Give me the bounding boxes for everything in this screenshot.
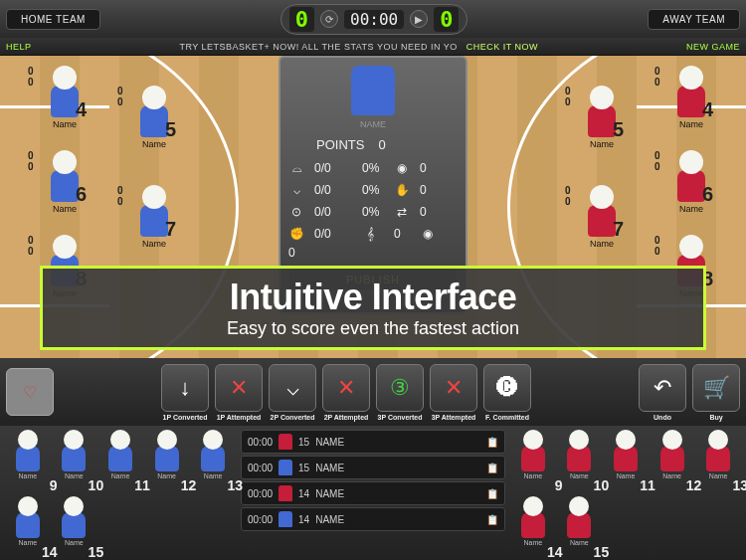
- bench-player-11[interactable]: 11Name: [98, 430, 142, 493]
- undo-button[interactable]: ↶Undo: [639, 364, 686, 421]
- stat-row-ft: ✊0/0𝄞0◉0: [288, 226, 458, 260]
- whistle-icon: 𝄞: [362, 226, 378, 242]
- whistle-icon: 🅒: [483, 364, 531, 412]
- away-player-6[interactable]: 006Name: [666, 150, 716, 214]
- promo-overlay: Intuitive Interface Easy to score even t…: [40, 266, 706, 350]
- 1p-converted-button[interactable]: ↓1P Converted: [161, 364, 209, 421]
- substitution-log: 00:0015NAME📋00:0015NAME📋00:0014NAME📋00:0…: [241, 426, 505, 560]
- bench-player-10[interactable]: 10Name: [558, 430, 602, 493]
- block-icon: ✊: [288, 226, 304, 242]
- bench-player-12[interactable]: 12Name: [651, 430, 694, 493]
- away-team-label[interactable]: AWAY TEAM: [648, 9, 740, 30]
- favorite-button[interactable]: ♡: [6, 368, 54, 416]
- stat-row-3p: ⊙0/00%⇄0: [288, 204, 458, 220]
- ball3-icon: ⊙: [288, 204, 304, 220]
- bench-player-10[interactable]: 10Name: [53, 430, 96, 493]
- log-row[interactable]: 00:0015NAME📋: [241, 430, 505, 454]
- bench-player-15[interactable]: 15Name: [558, 496, 602, 560]
- foul-committed-button[interactable]: 🅒F. Committed: [483, 364, 531, 421]
- three-in-icon: ③: [376, 364, 424, 412]
- ball-icon: ◉: [394, 160, 410, 176]
- away-score: 0: [434, 7, 459, 32]
- buy-button[interactable]: 🛒Buy: [692, 364, 740, 421]
- away-player-5[interactable]: 005Name: [577, 86, 627, 149]
- stats-jersey-icon: [351, 66, 395, 115]
- scoreboard-bar: HOME TEAM 0 ⟳ 00:00 ▶ 0 AWAY TEAM: [0, 0, 746, 38]
- score-display: 0 ⟳ 00:00 ▶ 0: [280, 4, 468, 35]
- bench-player-14[interactable]: 14Name: [511, 496, 555, 560]
- three-miss-icon: ✕: [430, 364, 477, 412]
- bench-player-12[interactable]: 12Name: [145, 430, 189, 493]
- away-player-7[interactable]: 007Name: [577, 185, 627, 249]
- bench-player-11[interactable]: 11Name: [604, 430, 648, 493]
- 1p-attempted-button[interactable]: ✕1P Attempted: [215, 364, 263, 421]
- overlay-subtitle: Easy to score even the fastest action: [53, 318, 693, 339]
- away-player-4[interactable]: 004Name: [666, 66, 716, 129]
- bench-player-15[interactable]: 15Name: [53, 496, 96, 560]
- cart-icon: 🛒: [692, 364, 740, 412]
- stats-player-name: NAME: [288, 119, 458, 129]
- home-player-6[interactable]: 006Name: [40, 150, 90, 214]
- undo-icon: ↶: [639, 364, 686, 412]
- pass-icon: ⇄: [394, 204, 410, 220]
- bench-player-14[interactable]: 14Name: [6, 496, 50, 560]
- bench-player-9[interactable]: 9Name: [6, 430, 50, 493]
- reset-icon[interactable]: ⟳: [320, 10, 338, 28]
- points-label: POINTS: [316, 137, 364, 152]
- log-row[interactable]: 00:0014NAME📋: [241, 481, 505, 505]
- game-timer: 00:00: [344, 10, 404, 29]
- action-bar: ♡ ↓1P Converted ✕1P Attempted ⌵2P Conver…: [0, 358, 746, 426]
- home-player-5[interactable]: 005Name: [129, 86, 179, 149]
- help-button[interactable]: HELP: [6, 42, 32, 52]
- home-bench: 9Name10Name11Name12Name13Name14Name15Nam…: [6, 426, 235, 560]
- away-bench: 9Name10Name11Name12Name13Name14Name15Nam…: [511, 426, 740, 560]
- log-row[interactable]: 00:0014NAME📋: [241, 507, 505, 531]
- check-now-button[interactable]: CHECK IT NOW: [466, 42, 538, 52]
- bench-player-9[interactable]: 9Name: [511, 430, 555, 493]
- promo-text: TRY LETSBASKET+ NOW! ALL THE STATS YOU N…: [42, 42, 676, 52]
- home-score: 0: [289, 7, 314, 32]
- hoop-icon: ⌓: [288, 160, 304, 176]
- 2p-attempted-button[interactable]: ✕2P Attempted: [322, 364, 370, 421]
- court: 004Name 005Name 006Name 007Name 008Name …: [0, 56, 746, 358]
- clipboard-icon[interactable]: 📋: [486, 488, 498, 499]
- net-miss-icon: ✕: [322, 364, 370, 412]
- stat-row-2p: ⌵0/00%✋0: [288, 182, 458, 198]
- secondary-bar: HELP TRY LETSBASKET+ NOW! ALL THE STATS …: [0, 38, 746, 56]
- stat-row-1p: ⌓0/00%◉0: [288, 160, 458, 176]
- net-icon: ⌵: [288, 182, 304, 198]
- hoop-in-icon: ↓: [161, 364, 209, 412]
- 3p-converted-button[interactable]: ③3P Converted: [376, 364, 424, 421]
- clipboard-icon[interactable]: 📋: [486, 437, 498, 448]
- clipboard-icon[interactable]: 📋: [486, 514, 498, 525]
- bench-player-13[interactable]: 13Name: [191, 430, 235, 493]
- net-in-icon: ⌵: [269, 364, 316, 412]
- play-icon[interactable]: ▶: [410, 10, 428, 28]
- hoop-miss-icon: ✕: [215, 364, 263, 412]
- 3p-attempted-button[interactable]: ✕3P Attempted: [430, 364, 477, 421]
- bottom-bar: 9Name10Name11Name12Name13Name14Name15Nam…: [0, 426, 746, 560]
- home-player-4[interactable]: 004Name: [40, 66, 90, 129]
- 2p-converted-button[interactable]: ⌵2P Converted: [269, 364, 316, 421]
- bench-player-13[interactable]: 13Name: [696, 430, 740, 493]
- points-value: 0: [378, 137, 385, 152]
- log-row[interactable]: 00:0015NAME📋: [241, 456, 505, 479]
- new-game-button[interactable]: NEW GAME: [686, 42, 740, 52]
- clipboard-icon[interactable]: 📋: [486, 463, 498, 473]
- ball2-icon: ◉: [420, 226, 436, 242]
- hand-icon: ✋: [394, 182, 410, 198]
- home-team-label[interactable]: HOME TEAM: [6, 9, 100, 30]
- home-player-7[interactable]: 007Name: [129, 185, 179, 249]
- overlay-title: Intuitive Interface: [53, 277, 693, 318]
